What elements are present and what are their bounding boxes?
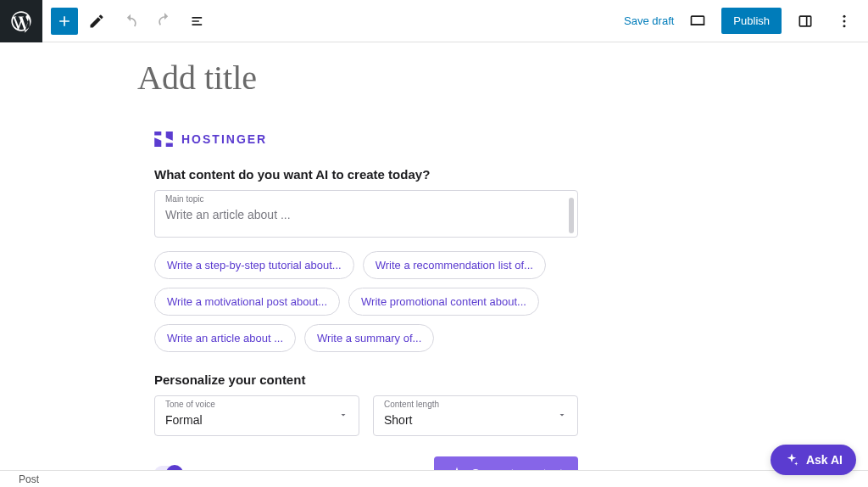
edit-tools-button[interactable] [81,6,112,36]
options-menu-button[interactable] [829,6,860,36]
length-value: Short [384,413,567,427]
post-title-input[interactable]: Add title [137,58,731,98]
editor-toolbar: Save draft Publish [0,0,868,42]
pencil-icon [88,13,105,30]
ai-block-footer: Add an image inside my content Generate … [154,456,578,470]
document-overview-button[interactable] [183,6,214,36]
publish-button[interactable]: Publish [721,8,782,34]
undo-button[interactable] [115,6,146,36]
svg-point-4 [843,20,846,22]
hostinger-logo-icon [154,132,173,147]
ai-content-block: HOSTINGER What content do you want AI to… [154,132,578,470]
prompt-chip[interactable]: Write promotional content about... [348,288,539,316]
generate-content-button[interactable]: Generate content [434,456,578,470]
main-topic-input[interactable] [165,208,567,225]
prompt-chip[interactable]: Write a motivational post about... [154,288,340,316]
block-breadcrumb: Post [0,470,868,487]
main-topic-field[interactable]: Main topic [154,190,578,238]
toolbar-left [0,0,214,42]
list-view-icon [190,13,207,30]
svg-point-3 [843,14,846,17]
ai-prompt-heading: What content do you want AI to create to… [154,167,578,182]
plus-icon [56,13,73,30]
main-topic-label: Main topic [165,194,204,204]
prompt-suggestions: Write a step-by-step tutorial about... W… [154,251,578,352]
undo-icon [122,13,139,30]
preview-button[interactable] [682,6,713,36]
block-inserter-button[interactable] [51,8,78,35]
wordpress-logo-button[interactable] [0,0,42,42]
hostinger-brand-text: HOSTINGER [181,132,267,146]
ask-ai-button[interactable]: Ask AI [771,445,856,475]
editor-canvas[interactable]: Add title HOSTINGER What content do you … [0,42,868,470]
redo-button[interactable] [149,6,180,36]
wordpress-logo-icon [9,9,33,33]
personalize-selects: Tone of voice Formal Content length Shor… [154,395,578,436]
svg-point-5 [843,25,846,27]
tone-value: Formal [165,413,348,427]
prompt-chip[interactable]: Write an article about ... [154,324,296,352]
post-content: Add title HOSTINGER What content do you … [112,42,756,470]
save-draft-button[interactable]: Save draft [624,14,674,27]
tone-label: Tone of voice [165,400,215,409]
more-vertical-icon [836,13,853,30]
textarea-scrollbar[interactable] [569,198,574,233]
length-label: Content length [384,400,439,409]
desktop-icon [689,13,706,30]
prompt-chip[interactable]: Write a summary of... [304,324,434,352]
sparkle-icon [784,452,799,467]
prompt-chip[interactable]: Write a recommendation list of... [363,251,546,279]
tone-select[interactable]: Tone of voice Formal [154,395,359,436]
chevron-down-icon [557,408,567,423]
svg-rect-1 [799,16,810,26]
prompt-chip[interactable]: Write a step-by-step tutorial about... [154,251,354,279]
settings-sidebar-button[interactable] [790,6,821,36]
svg-rect-0 [692,16,704,25]
length-select[interactable]: Content length Short [373,395,578,436]
chevron-down-icon [338,408,348,423]
toolbar-right: Save draft Publish [624,6,868,36]
ask-ai-label: Ask AI [806,453,843,467]
redo-icon [156,13,173,30]
personalize-heading: Personalize your content [154,372,578,387]
breadcrumb-item[interactable]: Post [19,473,39,485]
sidebar-icon [797,13,814,30]
toolbar-buttons [42,6,214,36]
hostinger-brand: HOSTINGER [154,132,578,147]
